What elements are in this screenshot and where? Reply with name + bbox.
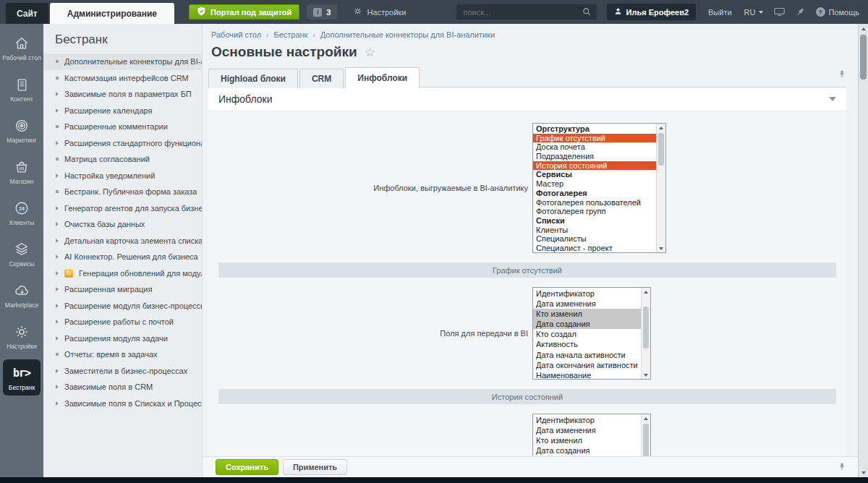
notifications-button[interactable]: i 3 (307, 4, 337, 20)
list-option[interactable]: Дата создания (533, 319, 642, 329)
scroll-thumb[interactable] (643, 307, 649, 349)
list-option[interactable]: Специалист - проект (533, 244, 657, 252)
scroll-up-icon[interactable] (657, 124, 665, 132)
menu-item[interactable]: Заместители в бизнес-процессах (43, 363, 202, 380)
scroll-up-icon[interactable] (642, 288, 650, 296)
menu-item[interactable]: Расширенные комментарии (43, 119, 202, 135)
list-option[interactable]: Наименование (533, 370, 642, 379)
list-option[interactable]: Сервисы (533, 170, 657, 179)
list-option[interactable]: Кто изменил (533, 309, 642, 319)
scroll-down-icon[interactable] (657, 244, 665, 252)
menu-item[interactable]: Матрица согласований (43, 151, 202, 168)
list-option[interactable]: Фотогалерея групп (533, 207, 657, 216)
tab-crm[interactable]: CRM (299, 69, 344, 88)
menu-item[interactable]: Дополнительные коннекторы для BI-аналити… (43, 54, 202, 70)
scroll-down-icon[interactable] (642, 371, 650, 379)
list-option[interactable]: Оргструктура (533, 124, 657, 134)
search-input[interactable] (462, 7, 582, 17)
list-option[interactable]: История состояний (533, 161, 657, 171)
menu-item[interactable]: Расширения модуля задачи (43, 330, 202, 347)
breadcrumb-link[interactable]: Бестранк (273, 30, 307, 39)
iblock-multiselect[interactable]: ОргструктураГрафик отсутствийДоска почет… (532, 123, 666, 253)
menu-item[interactable]: ↻Генерация обновлений для модулей (43, 265, 202, 282)
menu-item[interactable]: Зависимые поля в Списках и Процессах (43, 396, 202, 412)
sidebar-item-clients[interactable]: 24Клиенты (0, 192, 43, 234)
menu-item[interactable]: Расширения стандартного функционала поис… (43, 135, 202, 152)
sidebar-item-services[interactable]: Сервисы (0, 234, 43, 275)
menu-item[interactable]: Зависимые поля в параметрах БП (43, 86, 202, 103)
list-option[interactable]: Дата изменения (533, 425, 642, 435)
pin-footer-icon[interactable] (838, 462, 846, 471)
list-option[interactable]: Кто изменил (533, 435, 642, 445)
list-option[interactable]: Доска почета (533, 142, 657, 152)
scroll-thumb[interactable] (658, 133, 664, 166)
sidebar-item-gear[interactable]: Настройки (0, 316, 43, 357)
sidebar-item-content[interactable]: Контент (0, 69, 43, 110)
tab-site[interactable]: Сайт (6, 3, 48, 24)
topbar-settings-button[interactable]: Настройки (353, 7, 406, 17)
list-option[interactable]: Клиенты (533, 226, 657, 235)
list-option[interactable]: Подразделения (533, 152, 657, 161)
menu-item[interactable]: Настройка уведомлений (43, 168, 202, 184)
listbox-scrollbar[interactable] (641, 288, 650, 379)
scroll-up-icon[interactable] (642, 414, 650, 422)
list-option[interactable]: Идентификатор (533, 288, 642, 299)
listbox-scrollbar[interactable] (641, 414, 650, 461)
menu-item[interactable]: Зависимые поля в CRM (43, 379, 202, 396)
list-option[interactable]: Специалисты (533, 234, 657, 244)
pin-tabs-icon[interactable] (838, 69, 846, 79)
list-option[interactable]: Дата окончания активности (533, 360, 642, 370)
list-option[interactable]: Активность (533, 339, 642, 349)
listbox-scrollbar[interactable] (656, 124, 665, 252)
sidebar-item-home[interactable]: Рабочий стол (0, 27, 43, 69)
sidebar-item-bestrank[interactable]: br>Бестранк (3, 359, 41, 396)
scroll-thumb[interactable] (860, 35, 867, 80)
favorite-star-icon[interactable]: ☆ (365, 45, 375, 60)
list-option[interactable]: Мастер (533, 179, 657, 189)
search-icon[interactable] (582, 6, 591, 19)
scroll-up-icon[interactable] (859, 24, 868, 33)
list-option[interactable]: Кто создал (533, 329, 642, 339)
menu-item[interactable]: Расширение модуля бизнес-процессы (43, 298, 202, 315)
menu-item[interactable]: Очистка базы данных (43, 216, 202, 233)
list-option[interactable]: Фотогалерея пользователей (533, 198, 657, 208)
list-option[interactable]: Дата изменения (533, 299, 642, 309)
tab-инфоблоки[interactable]: Инфоблоки (345, 67, 420, 88)
user-menu-button[interactable]: Илья Ерофеев2 (607, 4, 697, 20)
menu-item[interactable]: Отчеты: время в задачах (43, 346, 202, 363)
list-option[interactable]: Списки (533, 216, 657, 226)
menu-item[interactable]: Кастомизация интерфейсов CRM (43, 70, 202, 87)
list-option[interactable]: Фотогалерея (533, 189, 657, 198)
menu-item[interactable]: Расширенная миграция (43, 281, 202, 298)
breadcrumb-link[interactable]: Дополнительные коннекторы для BI-аналити… (320, 30, 495, 39)
tab-administration[interactable]: Администрирование (50, 3, 174, 24)
apply-button[interactable]: Применить (283, 459, 347, 475)
menu-item[interactable]: Генератор агентов для запуска бизнес-про… (43, 200, 202, 217)
save-button[interactable]: Сохранить (216, 459, 278, 475)
portal-protected-button[interactable]: Портал под защитой (189, 4, 299, 20)
fields-multiselect[interactable]: ИдентификаторДата измененияКто изменилДа… (532, 414, 651, 461)
menu-item[interactable]: Бестранк. Публичная форма заказа (43, 184, 202, 200)
breadcrumb-link[interactable]: Рабочий стол (211, 30, 261, 39)
tab-highload-блоки[interactable]: Highload блоки (208, 69, 298, 88)
language-selector[interactable]: RU (744, 8, 763, 17)
display-icon[interactable] (774, 7, 785, 17)
menu-item[interactable]: AI Коннектор. Решения для бизнеса (43, 249, 202, 265)
sidebar-item-marketplace[interactable]: Marketplace (0, 275, 43, 316)
menu-item[interactable]: Расширение календаря (43, 103, 202, 119)
collapse-arrow-icon[interactable] (829, 97, 836, 101)
help-button[interactable]: ? Помощь (816, 7, 860, 17)
scroll-down-icon[interactable] (859, 468, 868, 477)
list-option[interactable]: Дата создания (533, 445, 642, 456)
sidebar-item-store[interactable]: Магазин (0, 151, 43, 192)
sidebar-item-marketing[interactable]: Маркетинг (0, 110, 43, 151)
fields-multiselect[interactable]: ИдентификаторДата измененияКто изменилДа… (532, 287, 651, 380)
logout-button[interactable]: Выйти (708, 8, 732, 17)
list-option[interactable]: График отсутствий (533, 134, 657, 143)
list-option[interactable]: Идентификатор (533, 415, 642, 425)
list-option[interactable]: Дата начала активности (533, 350, 642, 360)
page-scrollbar[interactable] (858, 24, 868, 477)
menu-item[interactable]: Детальная карточка элемента списка (43, 233, 202, 249)
pin-icon[interactable] (793, 5, 807, 18)
menu-item[interactable]: Расширение работы с почтой (43, 314, 202, 330)
